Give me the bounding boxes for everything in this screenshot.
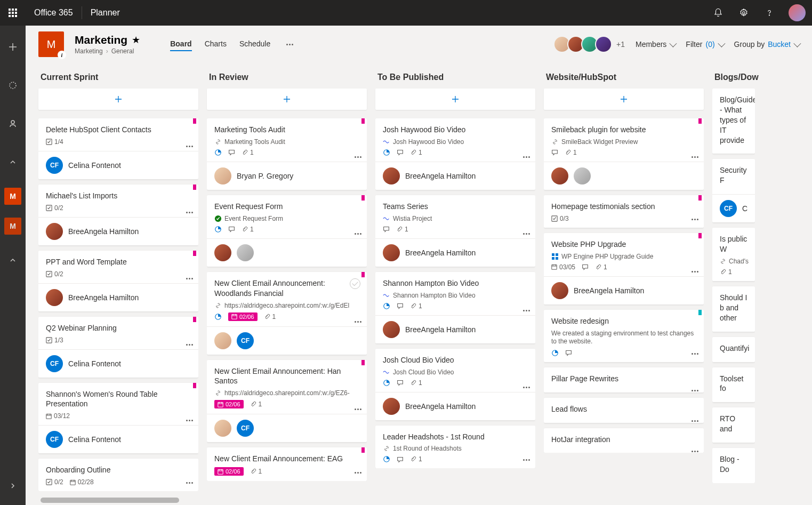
task-card[interactable]: Josh Haywood Bio VideoJosh Haywood Bio V…	[375, 118, 535, 190]
task-card[interactable]: Michael's List Imports0/2BreeAngela Hami…	[38, 185, 198, 245]
settings-icon[interactable]	[731, 0, 757, 26]
task-card[interactable]: Onboarding Outline0/202/28	[38, 459, 198, 491]
task-card[interactable]: HotJar integration	[544, 428, 704, 453]
planner-hub-icon[interactable]	[0, 73, 26, 98]
task-attachment-link[interactable]: SmileBack Widget Preview	[551, 138, 696, 146]
task-card[interactable]: Smileback plugin for websiteSmileBack Wi…	[544, 118, 704, 190]
task-attachment-link[interactable]: WP Engine PHP Upgrade Guide	[551, 253, 696, 260]
add-task-button[interactable]	[38, 89, 198, 110]
task-more-icon[interactable]	[186, 212, 193, 213]
task-card[interactable]: Website redesignWe created a staging env…	[544, 310, 704, 362]
task-attachment-link[interactable]: Josh Haywood Bio Video	[383, 138, 528, 146]
members-dropdown[interactable]: Members	[636, 40, 675, 49]
bucket-header[interactable]: To Be Published	[375, 69, 535, 89]
task-more-icon[interactable]	[186, 420, 193, 421]
task-card[interactable]: New Client Email Announcement: EAG02/061	[207, 447, 367, 481]
task-card[interactable]: Shannon's Women's Round Table Presentati…	[38, 383, 198, 454]
task-more-icon[interactable]	[692, 451, 698, 452]
task-card[interactable]: Event Request FormEvent Request Form1	[207, 195, 367, 267]
bucket-header[interactable]: Website/HubSpot	[544, 69, 704, 89]
member-overflow-count[interactable]: +1	[616, 40, 625, 49]
task-more-icon[interactable]	[523, 459, 530, 461]
task-card[interactable]: RTO and	[712, 407, 755, 443]
complete-task-icon[interactable]	[350, 278, 360, 289]
breadcrumb-leaf[interactable]: General	[111, 47, 134, 55]
task-attachment-link[interactable]: Shannon Hampton Bio Video	[383, 292, 528, 299]
notifications-icon[interactable]	[705, 0, 731, 26]
task-more-icon[interactable]	[355, 233, 361, 235]
bucket-header[interactable]: Blogs/Dow	[712, 69, 755, 89]
task-more-icon[interactable]	[523, 233, 530, 235]
task-attachment-link[interactable]: Wistia Project	[383, 215, 528, 222]
user-avatar[interactable]	[789, 4, 806, 21]
task-card[interactable]: Security FCFC	[712, 159, 755, 222]
member-avatars[interactable]: +1	[557, 36, 625, 53]
task-card[interactable]: Blog - Do	[712, 448, 755, 483]
chevron-right-icon[interactable]	[0, 473, 26, 499]
bucket-header[interactable]: In Review	[207, 69, 367, 89]
task-attachment-link[interactable]: 1st Round of Headshots	[383, 445, 528, 452]
task-more-icon[interactable]	[186, 146, 193, 147]
add-task-button[interactable]	[207, 89, 367, 110]
task-card[interactable]: Website PHP UpgradeWP Engine PHP Upgrade…	[544, 233, 704, 304]
task-card[interactable]: Pillar Page Rewrites	[544, 367, 704, 392]
my-tasks-icon[interactable]	[0, 111, 26, 137]
task-more-icon[interactable]	[186, 344, 193, 346]
info-badge-icon[interactable]: i	[58, 51, 66, 59]
task-more-icon[interactable]	[692, 390, 698, 391]
task-card[interactable]: Toolset fo	[712, 367, 755, 403]
more-views-icon[interactable]	[283, 44, 296, 45]
help-icon[interactable]	[757, 0, 782, 26]
task-card[interactable]: PPT and Word Template0/2BreeAngela Hamil…	[38, 251, 198, 311]
task-card[interactable]: Josh Cloud Bio VideoJosh Cloud Bio Video…	[375, 349, 535, 420]
task-more-icon[interactable]	[692, 271, 698, 272]
task-card[interactable]: Leader Headshots - 1st Round1st Round of…	[375, 426, 535, 469]
horizontal-scrollbar[interactable]	[41, 498, 179, 503]
task-card[interactable]: New Client Email Announcement: Woodlands…	[207, 272, 367, 355]
task-more-icon[interactable]	[523, 156, 530, 158]
task-more-icon[interactable]	[355, 472, 361, 474]
task-more-icon[interactable]	[355, 321, 361, 323]
task-card[interactable]: Lead flows	[544, 398, 704, 423]
task-more-icon[interactable]	[355, 156, 361, 158]
task-card[interactable]: Homepage testimonials section0/3	[544, 195, 704, 228]
task-card[interactable]: Delete HubSpot Client Contacts1/4CFCelin…	[38, 118, 198, 179]
task-more-icon[interactable]	[355, 408, 361, 410]
task-attachment-link[interactable]: Chad's	[720, 258, 747, 265]
add-task-button[interactable]	[544, 89, 704, 110]
task-card[interactable]: Is public WChad's1	[712, 228, 755, 281]
task-more-icon[interactable]	[186, 482, 193, 484]
favorite-star-icon[interactable]: ★	[132, 34, 140, 46]
task-more-icon[interactable]	[692, 219, 698, 220]
task-more-icon[interactable]	[523, 387, 530, 388]
task-card[interactable]: New Client Email Announcement: Han Santo…	[207, 360, 367, 443]
task-card[interactable]: Teams SeriesWistia Project1BreeAngela Ha…	[375, 195, 535, 267]
task-more-icon[interactable]	[523, 310, 530, 311]
groupby-dropdown[interactable]: Group by Bucket	[734, 40, 799, 49]
task-attachment-link[interactable]: Marketing Tools Audit	[214, 138, 359, 146]
task-more-icon[interactable]	[186, 278, 193, 279]
task-card[interactable]: Blog/Guide - What types of IT provide	[712, 89, 755, 154]
task-more-icon[interactable]	[692, 156, 698, 158]
task-card[interactable]: Should I b and other	[712, 286, 755, 332]
task-card[interactable]: Marketing Tools AuditMarketing Tools Aud…	[207, 118, 367, 190]
bucket-header[interactable]: Current Sprint	[38, 69, 198, 89]
app-name[interactable]: Planner	[82, 8, 128, 18]
app-launcher-icon[interactable]	[0, 0, 26, 26]
chevron-up-icon[interactable]	[0, 149, 26, 175]
board-canvas[interactable]: Current SprintDelete HubSpot Client Cont…	[26, 63, 812, 505]
task-attachment-link[interactable]: https://aldridgeco.sharepoint.com/:w:/g/…	[214, 389, 359, 397]
task-card[interactable]: Shannon Hampton Bio VideoShannon Hampton…	[375, 272, 535, 343]
task-attachment-link[interactable]: https://aldridgeco.sharepoint.com/:w:/g/…	[214, 302, 359, 309]
tab-board[interactable]: Board	[170, 37, 191, 51]
task-attachment-link[interactable]: Josh Cloud Bio Video	[383, 368, 528, 376]
recent-plan-tile-2[interactable]: M	[4, 218, 21, 235]
add-task-button[interactable]	[375, 89, 535, 110]
tab-charts[interactable]: Charts	[205, 37, 227, 51]
filter-dropdown[interactable]: Filter (0)	[686, 40, 723, 49]
new-plan-icon[interactable]	[0, 34, 26, 60]
task-more-icon[interactable]	[692, 353, 698, 355]
tab-schedule[interactable]: Schedule	[239, 37, 270, 51]
task-card[interactable]: Q2 Webinar Planning1/3CFCelina Fontenot	[38, 317, 198, 378]
breadcrumb-root[interactable]: Marketing	[75, 47, 103, 55]
